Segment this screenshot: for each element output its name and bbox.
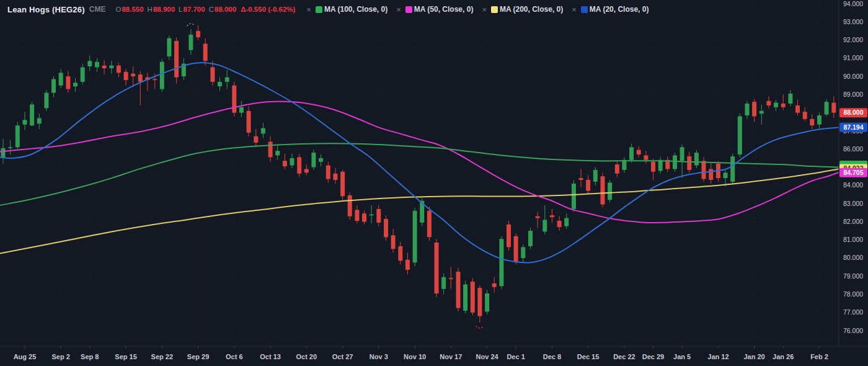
candle xyxy=(579,178,583,180)
candle xyxy=(297,157,301,173)
candle xyxy=(160,62,164,89)
candle xyxy=(283,161,287,166)
candle xyxy=(637,150,641,154)
candle xyxy=(788,94,792,104)
candle xyxy=(138,74,143,82)
legend-label[interactable]: MA (50, Close, 0) xyxy=(414,5,474,14)
candle xyxy=(398,246,402,261)
ma-color-swatch xyxy=(405,6,412,13)
legend-item: ×MA (20, Close, 0) xyxy=(570,5,649,14)
indicators-legend: ×MA (100, Close, 0)×MA (50, Close, 0)×MA… xyxy=(298,5,649,14)
candle xyxy=(413,211,417,262)
last-price-badge: 88.000 xyxy=(839,108,867,117)
time-axis-label: Dec 15 xyxy=(577,353,599,360)
time-axis-label: Nov 10 xyxy=(404,353,426,360)
price-axis-label: 82.000 xyxy=(843,218,863,225)
candle xyxy=(1,148,6,158)
ohlc-values: O88.550H88.900L87.700C88.000 xyxy=(112,6,236,13)
candle xyxy=(203,43,208,61)
candle xyxy=(153,79,157,81)
candle xyxy=(326,166,330,179)
candle xyxy=(694,153,699,166)
candle xyxy=(59,73,63,86)
candle xyxy=(752,102,756,116)
candle xyxy=(405,260,410,270)
legend-remove-icon[interactable]: × xyxy=(480,6,488,14)
time-axis-label: Nov 17 xyxy=(440,353,462,360)
candle xyxy=(730,156,735,182)
time-axis-label: Aug 25 xyxy=(14,353,37,360)
candle xyxy=(87,61,92,66)
legend-item: ×MA (200, Close, 0) xyxy=(480,5,563,14)
candle xyxy=(254,136,258,143)
candle xyxy=(471,282,475,313)
candle xyxy=(391,235,396,249)
legend-remove-icon[interactable]: × xyxy=(570,6,578,14)
legend-label[interactable]: MA (20, Close, 0) xyxy=(590,5,649,14)
time-axis-label: Nov 24 xyxy=(476,353,499,360)
candle xyxy=(435,243,439,293)
candle xyxy=(319,158,323,162)
candle xyxy=(557,221,562,227)
legend-label[interactable]: MA (200, Close, 0) xyxy=(500,5,563,14)
chart-legend-bar: Lean Hogs (HEG26) CME O88.550H88.900L87.… xyxy=(0,0,839,19)
candle xyxy=(247,111,251,133)
candle xyxy=(95,62,99,68)
price-axis-label: 93.000 xyxy=(843,18,863,25)
change-value: Δ-0.550 (-0.62%) xyxy=(241,6,295,13)
candle xyxy=(174,41,179,78)
time-axis-label: Jan 26 xyxy=(773,353,794,360)
price-axis-label: 83.000 xyxy=(843,200,863,207)
price-axis-label: 80.000 xyxy=(843,254,863,261)
candle xyxy=(586,180,590,191)
ma20-value-badge-text: 87.194 xyxy=(843,123,863,131)
candle xyxy=(30,105,34,126)
candle xyxy=(810,119,814,125)
candle xyxy=(601,176,605,204)
candle xyxy=(109,66,113,68)
candle xyxy=(542,220,547,231)
candle xyxy=(825,102,829,115)
candle xyxy=(536,216,540,218)
legend-remove-icon[interactable]: × xyxy=(395,6,402,14)
candle xyxy=(196,31,200,37)
candle xyxy=(51,79,56,93)
price-chart[interactable]: 94.00093.00092.00091.00090.00089.00088.0… xyxy=(0,0,868,366)
candle xyxy=(362,213,366,221)
time-axis-label: Sep 29 xyxy=(187,353,209,360)
candle xyxy=(131,74,135,76)
time-axis-label: Jan 5 xyxy=(673,353,691,360)
candle xyxy=(117,66,121,73)
candle xyxy=(651,162,655,172)
candle xyxy=(572,184,576,209)
candle xyxy=(463,284,467,311)
time-axis-label: Jan 12 xyxy=(707,353,728,360)
symbol-title[interactable]: Lean Hogs (HEG26) xyxy=(7,5,85,14)
candle xyxy=(275,151,280,155)
last-price-badge-text: 88.000 xyxy=(843,109,863,116)
time-axis-label: Oct 27 xyxy=(332,353,353,360)
candle xyxy=(724,172,728,178)
candle xyxy=(831,103,836,113)
time-axis-label: Dec 29 xyxy=(642,353,664,360)
ohlc-label: C xyxy=(209,6,214,13)
candle xyxy=(550,215,554,217)
candle xyxy=(528,231,533,246)
time-axis-label: Sep 22 xyxy=(151,353,173,360)
time-axis-label: Sep 15 xyxy=(115,353,136,360)
candle xyxy=(766,101,771,105)
ohlc-label: L xyxy=(179,6,182,13)
ma-color-swatch xyxy=(316,6,322,13)
candle xyxy=(499,239,503,286)
legend-item: ×MA (50, Close, 0) xyxy=(395,5,473,14)
candle xyxy=(261,128,265,134)
legend-label[interactable]: MA (100, Close, 0) xyxy=(324,5,388,14)
ma50-value-badge-text: 84.705 xyxy=(843,169,863,176)
ma-color-swatch xyxy=(581,6,588,13)
legend-remove-icon[interactable]: × xyxy=(305,6,312,14)
candle xyxy=(803,112,807,119)
candle xyxy=(218,82,222,86)
time-axis-label: Sep 2 xyxy=(52,353,70,360)
candle xyxy=(333,174,337,180)
candle xyxy=(102,66,107,68)
